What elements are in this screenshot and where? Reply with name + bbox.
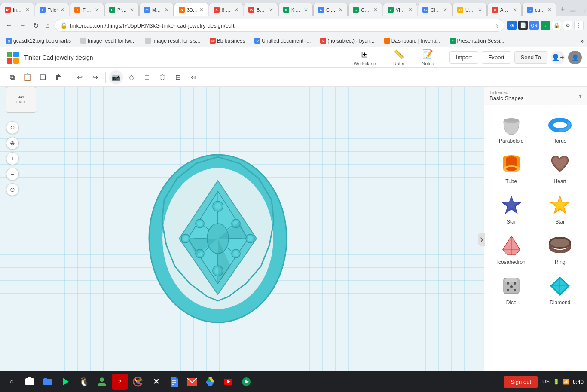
shape-ring[interactable]: Ring bbox=[537, 230, 584, 269]
pan-view-button[interactable]: ⊕ bbox=[6, 137, 19, 150]
tab-conti[interactable]: C Conti... ✕ bbox=[348, 3, 382, 16]
align-tool[interactable]: ⊟ bbox=[171, 70, 185, 84]
taskbar-pearson[interactable]: P bbox=[112, 374, 128, 390]
taskbar-files[interactable] bbox=[40, 374, 56, 390]
shape-icosahedron[interactable]: Icosahedron bbox=[488, 230, 535, 269]
notes-tool[interactable]: 📝 Notes bbox=[416, 46, 439, 69]
bookmark-gmail[interactable]: M (no subject) - byun... bbox=[318, 37, 377, 45]
add-user-button[interactable]: 👤+ bbox=[551, 51, 565, 64]
user-avatar[interactable]: 👤 bbox=[568, 51, 582, 64]
bookmark-twitter[interactable]: Image result for twi... bbox=[78, 37, 138, 45]
taskbar-twitter-x[interactable]: ✕ bbox=[148, 374, 164, 390]
taskbar-youtube[interactable] bbox=[220, 374, 236, 390]
ext-4[interactable]: ↓ bbox=[541, 21, 550, 30]
tab-unite[interactable]: U Unite ✕ bbox=[452, 3, 487, 16]
redo-button[interactable]: ↪ bbox=[88, 70, 102, 84]
diamond-tool[interactable]: ◇ bbox=[125, 70, 138, 84]
thumbnail[interactable]: d01 BACK bbox=[6, 87, 36, 113]
shape-star-yellow[interactable]: Star bbox=[537, 190, 584, 228]
tab-tinkercad[interactable]: T Tinke... ✕ bbox=[70, 3, 104, 16]
tab-mal[interactable]: M MAL|... ✕ bbox=[139, 3, 174, 16]
ext-5[interactable]: 🔒 bbox=[552, 21, 561, 30]
svg-point-65 bbox=[510, 285, 513, 288]
tab-8[interactable]: 8 8.1 R... ✕ bbox=[209, 3, 243, 16]
ruler-tool[interactable]: 📏 Ruler bbox=[388, 46, 410, 69]
address-bar[interactable]: 🔒 tinkercad.com/things/fYJ5pURM3kG-tinke… bbox=[55, 19, 504, 32]
ext-3[interactable]: QR bbox=[529, 21, 539, 30]
tab-inbox[interactable]: M Inbox ✕ bbox=[0, 3, 34, 16]
bookmark-dashboard[interactable]: I Dashboard | Inventi... bbox=[382, 37, 443, 45]
maximize-button[interactable]: □ bbox=[578, 6, 586, 16]
home-button[interactable]: ⌂ bbox=[43, 20, 52, 31]
library-header[interactable]: Tinkercad Basic Shapes ▾ bbox=[484, 87, 587, 105]
library-chevron-icon[interactable]: ▾ bbox=[579, 92, 582, 99]
ext-7[interactable]: ⋮ bbox=[574, 21, 584, 30]
bookmark-sis[interactable]: Image result for sis... bbox=[142, 37, 202, 45]
bookmark-gcasdk[interactable]: g gcasdk12.org bookmarks bbox=[3, 37, 73, 45]
shape-heart[interactable]: Heart bbox=[537, 149, 584, 188]
taskbar-contacts[interactable] bbox=[94, 374, 110, 390]
app-header: Tinker Cad jewelry design ⊞ Workplane 📏 … bbox=[0, 47, 587, 68]
workplane-tool[interactable]: ⊞ Workplane bbox=[349, 46, 381, 69]
send-to-button[interactable]: Send To bbox=[514, 51, 547, 64]
taskbar-docs[interactable] bbox=[166, 374, 182, 390]
copy-button[interactable]: ⧉ bbox=[5, 70, 19, 84]
taskbar-gmail[interactable] bbox=[184, 374, 200, 390]
panel-collapse-button[interactable]: ❯ bbox=[478, 233, 485, 246]
cube-tool[interactable]: □ bbox=[140, 70, 154, 84]
tab-3d[interactable]: 3 3D... ✕ bbox=[174, 3, 208, 16]
taskbar-chrome-circle[interactable]: ○ bbox=[3, 374, 20, 390]
rotate-view-button[interactable]: ↻ bbox=[6, 121, 19, 134]
ext-2[interactable]: 📑 bbox=[518, 21, 528, 30]
bookmark-doc[interactable]: D Untitled document -... bbox=[252, 37, 313, 45]
ext-6[interactable]: ⚙ bbox=[563, 21, 572, 30]
taskbar-penguin[interactable]: 🐧 bbox=[76, 374, 92, 390]
export-button[interactable]: Export bbox=[482, 51, 511, 64]
sign-out-button[interactable]: Sign out bbox=[504, 376, 538, 388]
bookmark-presentation[interactable]: P Presentation Sessi... bbox=[447, 37, 507, 45]
shape-tube[interactable]: Tube bbox=[488, 149, 535, 188]
tab-class1[interactable]: C Class ✕ bbox=[313, 3, 348, 16]
paste-button[interactable]: 📋 bbox=[21, 70, 34, 84]
zoom-out-button[interactable]: − bbox=[6, 168, 19, 181]
back-button[interactable]: ← bbox=[3, 20, 15, 31]
tab-project[interactable]: P Projec... ✕ bbox=[104, 3, 139, 16]
taskbar-camera[interactable] bbox=[21, 374, 38, 390]
import-button[interactable]: Import bbox=[449, 51, 478, 64]
tab-beca[interactable]: B Beca... ✕ bbox=[244, 3, 278, 16]
shape-paraboloid[interactable]: Paraboloid bbox=[488, 109, 535, 147]
shape-torus[interactable]: Torus bbox=[537, 109, 584, 147]
tab-calcu[interactable]: G calcu... ✕ bbox=[522, 3, 556, 16]
tinkercad-logo[interactable] bbox=[5, 50, 21, 65]
canvas-area[interactable]: d01 BACK ↻ ⊕ + − ⊙ bbox=[0, 87, 484, 392]
shape-star-blue[interactable]: Star bbox=[488, 190, 535, 228]
shape-diamond[interactable]: Diamond bbox=[537, 270, 584, 309]
duplicate-button[interactable]: ❑ bbox=[36, 70, 50, 84]
new-tab-button[interactable]: + bbox=[557, 5, 569, 14]
fit-view-button[interactable]: ⊙ bbox=[6, 183, 19, 196]
refresh-button[interactable]: ↻ bbox=[31, 20, 41, 31]
tab-kid[interactable]: K Kid C... ✕ bbox=[278, 3, 313, 16]
ext-1[interactable]: G bbox=[507, 21, 517, 30]
tab-tyler[interactable]: T Tyler ✕ bbox=[35, 3, 69, 16]
library-subtitle: Tinkercad bbox=[489, 90, 524, 95]
taskbar-chrome[interactable] bbox=[130, 374, 146, 390]
delete-button[interactable]: 🗑 bbox=[52, 70, 65, 84]
star-icon[interactable]: ☆ bbox=[494, 22, 499, 29]
tab-class2[interactable]: C Class ✕ bbox=[418, 3, 452, 16]
camera-button[interactable]: 📷 bbox=[109, 70, 123, 84]
mirror-tool[interactable]: ⇔ bbox=[186, 70, 200, 84]
minimize-button[interactable]: ─ bbox=[569, 6, 578, 16]
forward-button[interactable]: → bbox=[17, 20, 28, 31]
bookmarks-more-button[interactable]: » bbox=[580, 37, 584, 44]
bookmark-bb[interactable]: Bb Bb business bbox=[207, 37, 248, 45]
tab-virtu[interactable]: V Virtu... ✕ bbox=[383, 3, 417, 16]
undo-button[interactable]: ↩ bbox=[73, 70, 86, 84]
taskbar-play-store[interactable] bbox=[58, 374, 74, 390]
taskbar-drive[interactable] bbox=[202, 374, 218, 390]
tab-about[interactable]: A Abou... ✕ bbox=[487, 3, 522, 16]
shape-dice[interactable]: Dice bbox=[488, 270, 535, 309]
taskbar-playbutton[interactable] bbox=[238, 374, 254, 390]
sphere-tool[interactable]: ⬡ bbox=[156, 70, 169, 84]
zoom-in-button[interactable]: + bbox=[6, 152, 19, 165]
